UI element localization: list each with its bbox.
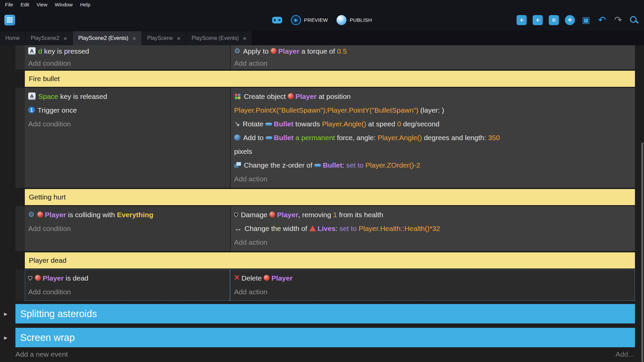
condition-item[interactable]: ⚙Player is colliding with Everything [28,208,227,222]
debugger-icon[interactable] [272,17,282,23]
action-item-text: Player.PointX("BulletSpawn");Player.Poin… [234,106,418,114]
comment-text: Player dead [29,256,66,264]
event-drag-handle[interactable] [15,206,25,251]
gdevelop-events-editor: { "colors": { "accent_blue": "#3FA9E0", … [0,0,644,362]
group-label: Screen wrap [20,332,75,343]
condition-item[interactable]: 1Trigger once [28,103,227,117]
add-button[interactable]: Add... [615,350,634,358]
comment-row[interactable]: Player dead [25,252,635,268]
action-item[interactable]: Create object Player at position [234,89,632,103]
force-icon [234,134,240,141]
comment-row[interactable]: Fire bullet [25,71,635,87]
action-item[interactable]: ⚙Apply to Player a torque of 0.5 [234,45,632,57]
condition-item-text: Player [45,211,66,219]
damage-icon: ♥ [234,211,238,219]
tab-home[interactable]: Home [0,31,25,45]
add-condition-button[interactable]: Add condition [28,117,227,131]
add-subevent-icon[interactable]: + [533,15,543,25]
condition-item[interactable]: Ad key is pressed [28,45,227,57]
add-comment-icon[interactable]: ≡ [549,15,559,25]
action-item-text: at speed [366,120,397,128]
action-item[interactable]: ×Delete Player [234,271,632,285]
tab-label: PlayScene2 (Events) [78,35,128,41]
comment-row[interactable]: Getting hurt [25,189,635,205]
menu-file[interactable]: File [1,0,17,9]
action-item-text: (layer: ) [418,106,444,114]
keyboard-a-icon: A [28,93,36,100]
action-item-text: Damage [241,211,269,219]
bullet-icon [266,136,272,139]
action-item-text: Lives [318,225,336,232]
tab-playscene-events[interactable]: PlayScene (Events)× [186,31,252,45]
logo-lines [7,17,13,22]
close-tab-icon[interactable]: × [243,35,247,42]
group-row-screen-wrap[interactable]: ▶Screen wrap [15,328,635,347]
trigger-once-icon: 1 [28,107,35,113]
event-row[interactable]: Ad key is pressedAdd condition⚙Apply to … [15,45,635,69]
add-action-button[interactable]: Add action [234,172,632,186]
action-item[interactable]: Change the z-order of Bullet: set to Pla… [234,158,632,172]
toolbar-right: ++≡+▣↶↷ [517,15,644,25]
edit-mode-icon[interactable]: ▣ [581,15,591,25]
event-drag-handle[interactable] [15,45,25,69]
condition-item[interactable]: ASpace key is released [28,89,227,103]
close-tab-icon[interactable]: × [177,35,180,42]
add-action-button[interactable]: Add action [234,57,632,69]
condition-item-text: Player [43,274,64,282]
close-tab-icon[interactable]: × [63,35,67,42]
action-item[interactable]: Add to Bullet a permanent force, angle: … [234,131,632,144]
collapse-arrow-icon[interactable]: ▶ [4,311,7,316]
conditions-cell: ♥Player is deadAdd condition [25,269,230,301]
add-new-event-button[interactable]: Add a new event [15,350,68,358]
redo-icon[interactable]: ↷ [613,15,623,25]
menu-help[interactable]: Help [76,0,94,9]
add-event-icon[interactable]: + [517,15,527,25]
action-item[interactable]: Player.PointX("BulletSpawn");Player.Poin… [234,103,632,117]
search-icon[interactable] [629,15,639,25]
player-icon [288,93,294,99]
action-item-text: set to [346,161,365,169]
add-condition-button[interactable]: Add condition [28,285,227,299]
add-action-button[interactable]: Add action [234,235,632,249]
action-item-text: 0 [397,120,401,128]
scrollbar-thumb[interactable] [641,142,643,362]
conditions-cell: Ad key is pressedAdd condition [25,45,230,69]
actions-cell: ♥Damage Player, removing 1 from its heal… [230,206,635,251]
tab-playscene2-events[interactable]: PlayScene2 (Events)× [73,31,142,45]
menu-bar: FileEditViewWindowHelp [0,0,644,9]
condition-item[interactable]: ♥Player is dead [28,271,227,285]
event-row[interactable]: ASpace key is released1Trigger onceAdd c… [15,88,635,188]
event-row[interactable]: ⚙Player is colliding with EverythingAdd … [15,206,635,251]
actions-cell: ⚙Apply to Player a torque of 0.5Add acti… [230,45,635,69]
action-item-text: Player.Angle() [322,120,366,128]
player-icon [264,275,270,281]
event-row[interactable]: ♥Player is deadAdd condition×Delete Play… [15,269,635,301]
conditions-cell: ASpace key is released1Trigger onceAdd c… [25,88,230,188]
action-item-text: Player [271,274,292,282]
add-condition-button[interactable]: Add condition [28,57,227,69]
group-row-splitting-asteroids[interactable]: ▶Splitting asteroids [15,304,635,323]
add-action-button[interactable]: Add action [234,285,632,299]
action-item[interactable]: ♥Damage Player, removing 1 from its heal… [234,208,632,222]
publish-button[interactable]: PUBLISH [336,15,372,25]
action-item-text: , removing [298,211,333,219]
toolbar-center: ▶ PREVIEW PUBLISH [272,15,372,25]
event-drag-handle[interactable] [15,269,25,301]
tab-playscene2[interactable]: PlayScene2× [25,31,73,45]
preview-button[interactable]: ▶ PREVIEW [291,15,328,25]
close-tab-icon[interactable]: × [132,35,136,42]
add-new-icon[interactable]: + [565,15,575,25]
collapse-arrow-icon[interactable]: ▶ [4,335,7,340]
undo-icon[interactable]: ↶ [597,15,607,25]
project-manager-icon[interactable] [4,15,15,25]
player-icon [37,212,43,218]
menu-edit[interactable]: Edit [17,0,33,9]
action-item[interactable]: ↘Rotate Bullet towards Player.Angle() at… [234,117,632,131]
menu-window[interactable]: Window [51,0,76,9]
add-condition-button[interactable]: Add condition [28,222,227,235]
menu-view[interactable]: View [33,0,51,9]
action-item[interactable]: ↔Change the width of Lives: set to Playe… [234,222,632,235]
action-item[interactable]: pixels [234,144,632,158]
tab-playscene[interactable]: PlayScene× [142,31,186,45]
event-drag-handle[interactable] [15,88,25,188]
